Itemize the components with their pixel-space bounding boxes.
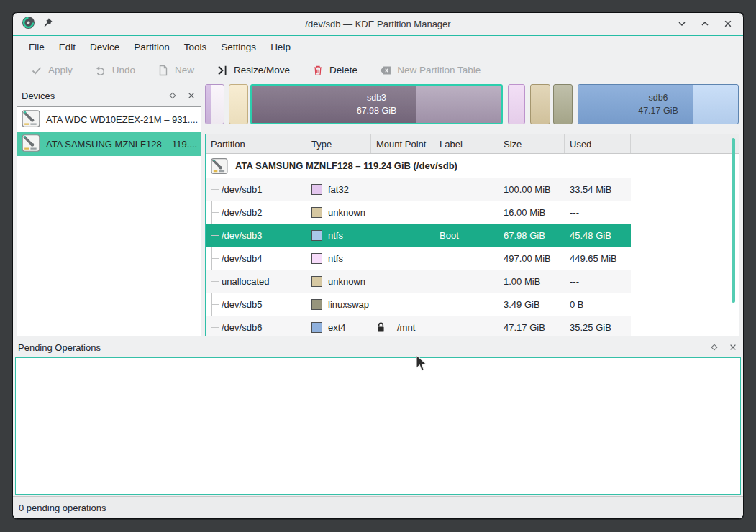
partition-block-sdb3[interactable]: sdb367.98 GiB [250, 84, 503, 124]
partition-block-sdb4[interactable] [508, 84, 525, 124]
menu-item-file[interactable]: File [22, 36, 52, 58]
devices-panel: Devices ATA WDC WD10EZEX-21M – 931....AT… [17, 83, 201, 336]
menu-item-tools[interactable]: Tools [177, 36, 214, 58]
minimize-button[interactable] [676, 19, 687, 29]
cell-used: --- [565, 201, 631, 224]
partition-table: PartitionTypeMount PointLabelSizeUsed AT… [205, 134, 739, 336]
column-header-type[interactable]: Type [306, 134, 371, 153]
filesystem-color-swatch [311, 253, 322, 264]
device-list-item[interactable]: ATA SAMSUNG MZNLF128 – 119.... [17, 132, 201, 156]
cell-label [434, 201, 498, 224]
menu-item-partition[interactable]: Partition [127, 36, 177, 58]
cell-mount-point [371, 201, 434, 224]
cell-label [434, 247, 498, 270]
cell-label: Boot [434, 224, 498, 247]
table-row-unallocated[interactable]: unallocatedunknown1.00 MiB--- [206, 270, 631, 293]
disk-icon [211, 157, 228, 175]
table-rows: /dev/sdb1fat32100.00 MiB33.54 MiB/dev/sd… [206, 178, 739, 336]
device-group-label: ATA SAMSUNG MZNLF128 – 119.24 GiB (/dev/… [235, 160, 457, 171]
menu-item-settings[interactable]: Settings [214, 36, 263, 58]
filesystem-color-swatch [311, 299, 322, 310]
partition-block-sdb5[interactable] [553, 84, 573, 124]
new-partition-icon [157, 64, 169, 76]
menu-item-edit[interactable]: Edit [52, 36, 83, 58]
table-row--dev-sdb4[interactable]: /dev/sdb4ntfs497.00 MiB449.65 MiB [206, 247, 631, 270]
tree-branch [211, 304, 219, 305]
column-header-label[interactable]: Label [434, 134, 498, 153]
menu-item-device[interactable]: Device [83, 36, 127, 58]
column-header-blank [631, 134, 739, 153]
table-row--dev-sdb1[interactable]: /dev/sdb1fat32100.00 MiB33.54 MiB [206, 178, 631, 201]
check-icon [30, 64, 42, 76]
titlebar[interactable]: /dev/sdb — KDE Partition Manager [13, 13, 743, 35]
cell-type: ext4 [306, 316, 371, 336]
toolbar-button-label: New [175, 65, 194, 75]
filesystem-color-swatch [311, 276, 322, 287]
close-button[interactable] [722, 19, 733, 29]
undo-button: Undo [94, 64, 135, 76]
column-header-used[interactable]: Used [565, 134, 631, 153]
cell-partition: /dev/sdb2 [206, 201, 306, 224]
undo-icon [94, 64, 106, 76]
cell-label [434, 316, 498, 336]
close-panel-icon[interactable] [186, 90, 197, 101]
close-panel-icon[interactable] [727, 341, 739, 353]
device-label: ATA SAMSUNG MZNLF128 – 119.... [46, 139, 197, 150]
float-panel-icon[interactable] [709, 341, 720, 353]
device-label: ATA WDC WD10EZEX-21M – 931.... [46, 114, 198, 125]
pin-icon[interactable] [42, 17, 53, 31]
partition-block-sdb6[interactable]: sdb647.17 GiB [578, 84, 739, 124]
table-row--dev-sdb3[interactable]: /dev/sdb3ntfsBoot67.98 GiB45.48 GiB [206, 224, 631, 247]
mouse-cursor [416, 354, 428, 372]
delete-button[interactable]: Delete [311, 64, 357, 76]
cell-size: 3.49 GiB [498, 293, 565, 316]
cell-used: 35.25 GiB [565, 316, 631, 336]
cell-size: 67.98 GiB [498, 224, 565, 247]
new-partition-table-icon [379, 64, 391, 76]
filesystem-color-swatch [311, 184, 322, 195]
desktop: /dev/sdb — KDE Partition Manager FileEdi… [0, 0, 756, 532]
partition-block-sdb1[interactable] [205, 84, 224, 124]
cell-type: unknown [306, 201, 371, 224]
cell-size: 497.00 MiB [498, 247, 565, 270]
cell-mount-point [371, 293, 434, 316]
tree-branch [211, 235, 219, 236]
column-header-size[interactable]: Size [498, 134, 565, 153]
devices-panel-title: Devices [22, 91, 55, 101]
pending-operations-count: 0 pending operations [19, 503, 106, 513]
cell-used: 45.48 GiB [565, 224, 631, 247]
cell-used: 0 B [565, 293, 631, 316]
pending-operations-list[interactable] [15, 357, 741, 495]
disk-icon [22, 134, 40, 155]
table-row--dev-sdb6[interactable]: /dev/sdb6ext4/mnt47.17 GiB35.25 GiB [206, 316, 631, 336]
resize-move-button[interactable]: Resize/Move [216, 64, 290, 76]
apply-button: Apply [30, 64, 73, 76]
cell-mount-point [371, 224, 434, 247]
maximize-button[interactable] [699, 19, 710, 29]
table-row--dev-sdb2[interactable]: /dev/sdb2unknown16.00 MiB--- [206, 201, 631, 224]
menu-item-help[interactable]: Help [263, 36, 298, 58]
table-row--dev-sdb5[interactable]: /dev/sdb5linuxswap3.49 GiB0 B [206, 293, 631, 316]
cell-size: 47.17 GiB [498, 316, 565, 336]
cell-type: unknown [306, 270, 371, 293]
cell-size: 100.00 MiB [498, 178, 565, 201]
cell-type: fat32 [306, 178, 371, 201]
cell-label [434, 178, 498, 201]
cell-used: 449.65 MiB [565, 247, 631, 270]
device-group-row[interactable]: ATA SAMSUNG MZNLF128 – 119.24 GiB (/dev/… [206, 154, 739, 178]
partition-block-sdb2[interactable] [229, 84, 248, 124]
cell-type: ntfs [306, 224, 371, 247]
cell-type: linuxswap [306, 293, 371, 316]
column-header-partition[interactable]: Partition [206, 134, 306, 153]
vertical-scrollbar[interactable] [732, 138, 735, 303]
float-panel-icon[interactable] [167, 90, 178, 101]
device-list-item[interactable]: ATA WDC WD10EZEX-21M – 931.... [17, 107, 201, 132]
menubar: FileEditDevicePartitionToolsSettingsHelp [13, 36, 743, 58]
cell-mount-point [371, 178, 434, 201]
cell-mount-point [371, 247, 434, 270]
tree-branch [211, 212, 219, 213]
partition-block-label: sdb367.98 GiB [252, 86, 501, 123]
tree-branch [211, 258, 219, 259]
column-header-mount-point[interactable]: Mount Point [371, 134, 434, 153]
partition-block-unallocated[interactable] [530, 84, 550, 124]
